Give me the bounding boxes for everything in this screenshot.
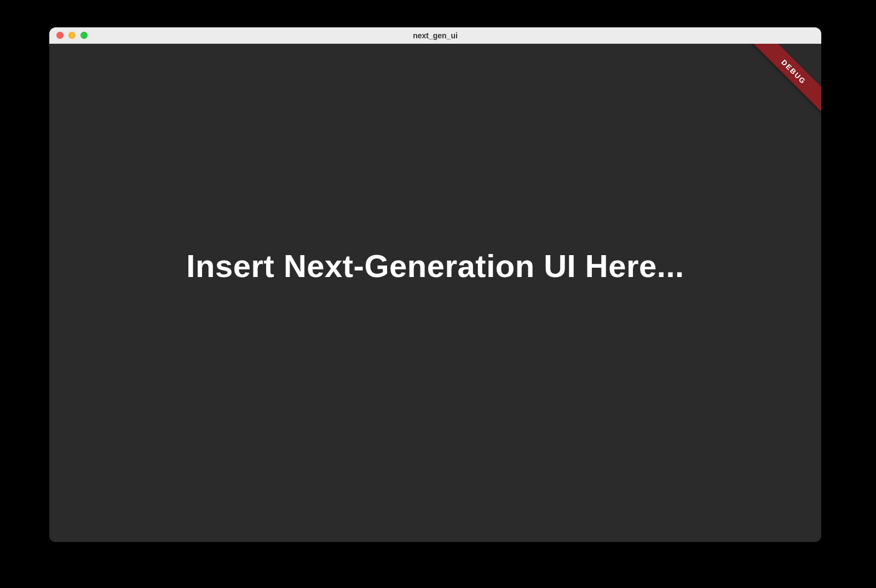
close-window-button[interactable] bbox=[56, 32, 64, 39]
traffic-lights bbox=[49, 32, 88, 39]
debug-ribbon: DEBUG bbox=[745, 44, 821, 120]
window-title: next_gen_ui bbox=[49, 31, 821, 40]
window-titlebar: next_gen_ui bbox=[49, 27, 821, 44]
placeholder-headline: Insert Next-Generation UI Here... bbox=[186, 247, 684, 284]
zoom-window-button[interactable] bbox=[80, 32, 88, 39]
app-content: Insert Next-Generation UI Here... DEBUG bbox=[49, 44, 821, 542]
app-window: next_gen_ui Insert Next-Generation UI He… bbox=[49, 27, 821, 542]
minimize-window-button[interactable] bbox=[68, 32, 76, 39]
